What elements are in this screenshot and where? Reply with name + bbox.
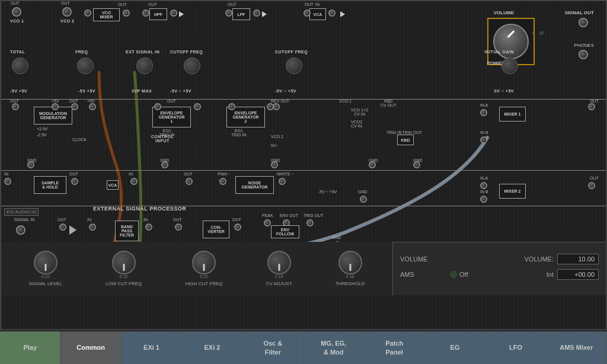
signal-level-group: 0 10 SIGNAL LEVEL bbox=[29, 251, 62, 286]
gnd3-jack[interactable] bbox=[271, 161, 278, 168]
band-in-label: IN bbox=[143, 218, 148, 222]
gnd-r4-jack[interactable] bbox=[360, 196, 367, 203]
peak-jack[interactable] bbox=[264, 219, 271, 226]
sh-out-jack[interactable] bbox=[71, 178, 78, 185]
eg2-trig-label: EG1TRIG IN bbox=[231, 129, 247, 137]
cv-adjust-group: 0 10 CV ADJUST bbox=[266, 251, 292, 286]
freq-knob[interactable] bbox=[77, 58, 94, 74]
conv-out-label: OUT bbox=[232, 218, 241, 222]
vca-in-jack[interactable] bbox=[304, 9, 311, 17]
eg2-in-jack[interactable] bbox=[228, 103, 235, 110]
conv-out-jack[interactable] bbox=[234, 223, 241, 231]
volume-knob[interactable] bbox=[493, 24, 529, 59]
eg1-in-jack[interactable] bbox=[154, 103, 161, 110]
tab-mg-eg-mod[interactable]: MG, EG, & Mod bbox=[304, 331, 364, 364]
mixer1-out-jack[interactable] bbox=[588, 103, 595, 110]
in-r4b-label: IN bbox=[129, 172, 133, 176]
tab-play[interactable]: Play bbox=[0, 331, 60, 364]
signal-out-jack[interactable] bbox=[579, 18, 588, 27]
esp-in-jack[interactable] bbox=[89, 223, 96, 231]
band-in-jack[interactable] bbox=[145, 223, 152, 231]
white-jack[interactable] bbox=[279, 178, 286, 185]
mixer2-out-jack[interactable] bbox=[588, 182, 595, 189]
gnd2-jack[interactable] bbox=[161, 161, 168, 168]
converter-box: CON-VERTER bbox=[203, 221, 229, 238]
initial-gain-knob[interactable] bbox=[501, 58, 518, 74]
threshold-group: 0 10 THRESHOLD bbox=[336, 251, 365, 286]
high-cut-freq-knob[interactable] bbox=[192, 251, 216, 274]
lpf-out-label: OUT bbox=[228, 2, 237, 7]
vco1-out-label: OUT bbox=[11, 1, 20, 5]
tab-common[interactable]: Common bbox=[60, 331, 121, 364]
jack-r3-3[interactable] bbox=[71, 103, 78, 110]
signal-in-jack[interactable] bbox=[16, 225, 25, 235]
in-r4b-jack[interactable] bbox=[130, 178, 138, 185]
range3-label: 3VP MAX bbox=[132, 89, 152, 93]
lpf-arrow bbox=[262, 11, 267, 17]
ina-jack[interactable] bbox=[480, 109, 487, 116]
gnd1-jack[interactable] bbox=[27, 161, 34, 168]
plus25v-label: +2.5V bbox=[37, 127, 48, 131]
ina2-label: IN A bbox=[480, 176, 488, 180]
vco1-out-jack[interactable] bbox=[12, 7, 21, 17]
phones-jack[interactable] bbox=[579, 50, 588, 59]
jack-r3-2[interactable] bbox=[52, 103, 59, 110]
jack-r3-1[interactable] bbox=[12, 103, 19, 110]
vco2-out-label: OUT bbox=[61, 1, 70, 5]
esp-out-jack[interactable] bbox=[59, 223, 66, 231]
inb2-jack[interactable] bbox=[480, 196, 487, 203]
vca-arrow bbox=[340, 11, 345, 17]
volume-info-value: 10.00 bbox=[557, 254, 599, 264]
tab-lfo[interactable]: LFO bbox=[485, 331, 546, 364]
ina2-jack[interactable] bbox=[480, 182, 487, 189]
cutoff-freq1-label: CUTOFF FREQ bbox=[170, 50, 203, 54]
vco-mixer-out-jack[interactable] bbox=[123, 9, 130, 17]
cutoff-freq2-knob[interactable] bbox=[286, 58, 302, 74]
ams-indicator bbox=[450, 271, 457, 278]
signal-level-knob[interactable] bbox=[34, 251, 57, 274]
rev-out-jack[interactable] bbox=[273, 103, 280, 110]
lpf-in-jack[interactable] bbox=[225, 9, 232, 17]
tab-eg[interactable]: EG bbox=[425, 331, 485, 364]
freq-label: FREQ bbox=[75, 50, 88, 54]
kbd-cv-out-label: KBDCV OUT bbox=[381, 99, 396, 107]
cutoff-freq1-knob[interactable] bbox=[184, 58, 200, 74]
hpf-out-jack[interactable] bbox=[170, 9, 177, 17]
tab-exi1[interactable]: EXi 1 bbox=[122, 331, 182, 364]
hpf-out-label: OUT bbox=[148, 2, 157, 7]
out-r4-jack[interactable] bbox=[186, 178, 193, 185]
vca-out-jack[interactable] bbox=[328, 9, 336, 17]
exi-audio-in-label: EXi AUDIO IN bbox=[4, 208, 39, 216]
range2-label: -5V +5V bbox=[78, 89, 95, 93]
gnd4-jack[interactable] bbox=[369, 161, 376, 168]
volume-scale-right: 10 bbox=[539, 31, 544, 35]
tab-osc-filter[interactable]: Osc & Filter bbox=[243, 331, 304, 364]
inb-jack[interactable] bbox=[480, 136, 487, 143]
vco-mixer-out-label: OUT bbox=[118, 2, 127, 7]
ext-signal-knob[interactable] bbox=[136, 58, 153, 74]
jack-r3-4[interactable] bbox=[89, 103, 96, 110]
in-r4-jack[interactable] bbox=[4, 178, 11, 185]
vca-box: VCA bbox=[309, 8, 326, 20]
gnd5-jack[interactable] bbox=[413, 161, 420, 168]
esp-in-label: IN bbox=[87, 218, 91, 222]
low-cut-freq-knob[interactable] bbox=[112, 251, 136, 274]
out-r3-2: +5V bbox=[52, 99, 59, 103]
out-r3-3: OUT bbox=[69, 99, 78, 103]
hpf-box: HPF bbox=[149, 8, 167, 20]
tab-ams-mixer[interactable]: AMS Mixer bbox=[547, 331, 607, 364]
vco-mixer-in-jack[interactable] bbox=[84, 9, 91, 17]
eg1-out-jack[interactable] bbox=[194, 103, 201, 110]
esp-trig-out-jack[interactable] bbox=[306, 219, 314, 226]
tab-patch-panel[interactable]: Patch Panel bbox=[364, 331, 424, 364]
pink-jack[interactable] bbox=[219, 178, 226, 185]
cv-adjust-knob[interactable] bbox=[267, 251, 291, 274]
tab-exi2[interactable]: EXi 2 bbox=[182, 331, 242, 364]
band-out-jack[interactable] bbox=[175, 223, 182, 231]
hpf-in-jack[interactable] bbox=[142, 9, 149, 17]
lpf-out-jack[interactable] bbox=[253, 9, 260, 17]
threshold-knob[interactable] bbox=[338, 251, 362, 274]
volume-info-label: VOLUME bbox=[400, 256, 448, 263]
total-knob[interactable] bbox=[12, 58, 28, 74]
vco2-out-jack[interactable] bbox=[62, 7, 72, 17]
